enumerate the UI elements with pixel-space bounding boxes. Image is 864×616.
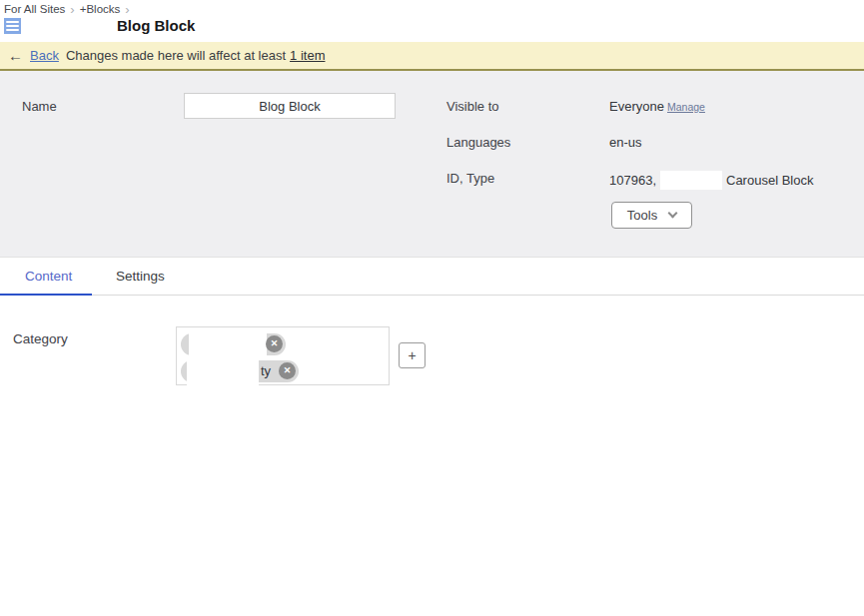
chevron-down-icon (668, 209, 678, 219)
visible-to-value: Everyone (609, 99, 664, 114)
remove-tag-icon[interactable]: ✕ (279, 362, 296, 379)
category-tag: ✕ (181, 333, 286, 355)
name-input[interactable] (184, 93, 396, 119)
notification-bar: ← Back Changes made here will affect at … (0, 42, 864, 71)
redacted-text-box (660, 171, 722, 190)
languages-value: en-us (609, 135, 642, 150)
redacted-text-box (189, 330, 267, 358)
category-label: Category (13, 331, 68, 346)
remove-tag-icon[interactable]: ✕ (266, 335, 283, 352)
page-title: Blog Block (117, 17, 195, 34)
id-type-value-row: 107963, Carousel Block (609, 171, 813, 190)
affected-items-link[interactable]: 1 item (290, 48, 325, 63)
notification-message: Changes made here will affect at least (66, 48, 286, 63)
content-area: Category ✕ ty ✕ + (0, 296, 864, 616)
redacted-text-box (187, 357, 259, 385)
id-type-label: ID, Type (446, 171, 494, 186)
tab-settings[interactable]: Settings (116, 269, 165, 284)
back-link[interactable]: Back (30, 48, 59, 63)
name-label: Name (22, 99, 57, 114)
tab-content[interactable]: Content (25, 269, 72, 284)
back-arrow-icon[interactable]: ← (8, 47, 23, 64)
add-category-button[interactable]: + (399, 342, 426, 368)
tag-label: ty (261, 363, 271, 378)
languages-label: Languages (446, 135, 510, 150)
chevron-right-icon: › (125, 4, 129, 15)
breadcrumb-item-for-all-sites[interactable]: For All Sites (4, 3, 65, 15)
tools-dropdown-button[interactable]: Tools (611, 202, 692, 229)
breadcrumb: For All Sites › +Blocks › (4, 3, 130, 15)
header: For All Sites › +Blocks › Blog Block (0, 0, 864, 42)
hamburger-menu-icon[interactable] (4, 18, 21, 34)
tab-bar: Content Settings (0, 258, 864, 296)
page: For All Sites › +Blocks › Blog Block ← B… (0, 0, 864, 616)
tools-button-label: Tools (627, 208, 657, 223)
breadcrumb-item-blocks[interactable]: +Blocks (80, 3, 121, 15)
visible-to-label: Visible to (446, 99, 499, 114)
category-tag: ty ✕ (181, 360, 299, 382)
manage-link[interactable]: Manage (667, 101, 705, 113)
category-tags-box: ✕ ty ✕ (176, 326, 390, 385)
details-panel: Name Visible to Everyone Manage Language… (0, 71, 864, 258)
chevron-right-icon: › (70, 4, 74, 15)
id-value: 107963, (609, 173, 656, 188)
type-value: Carousel Block (726, 173, 813, 188)
